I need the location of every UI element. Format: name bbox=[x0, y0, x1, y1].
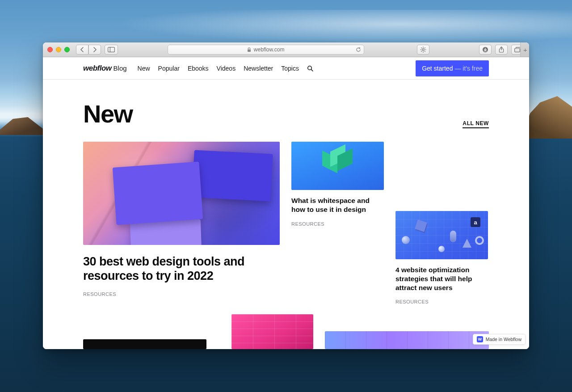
nav-topics[interactable]: Topics bbox=[281, 65, 299, 72]
share-button[interactable] bbox=[495, 45, 508, 55]
card-whitespace[interactable]: What is whitespace and how to use it in … bbox=[291, 142, 384, 227]
shape-ring bbox=[475, 236, 484, 245]
feature-tag: RESOURCES bbox=[83, 291, 280, 297]
download-icon bbox=[482, 46, 488, 53]
back-button[interactable] bbox=[76, 45, 88, 55]
card-thumbnail-partial[interactable] bbox=[325, 331, 489, 349]
search-button[interactable] bbox=[307, 65, 313, 72]
card-title: 4 website optimization strategies that w… bbox=[395, 266, 488, 292]
extension-button[interactable] bbox=[417, 45, 429, 55]
address-host: webflow.com bbox=[254, 46, 285, 53]
reload-icon bbox=[356, 47, 361, 52]
shape-cylinder bbox=[450, 231, 456, 242]
desktop-background: webflow.com bbox=[0, 0, 572, 392]
sky-cloud bbox=[0, 10, 572, 46]
nav-ebooks[interactable]: Ebooks bbox=[188, 65, 209, 72]
svg-line-11 bbox=[421, 51, 422, 51]
svg-rect-2 bbox=[248, 49, 251, 52]
shape-cube bbox=[415, 219, 427, 232]
plus-icon: + bbox=[523, 46, 527, 54]
reload-button[interactable] bbox=[356, 47, 361, 52]
feature-card[interactable]: 30 best web design tools and resources t… bbox=[83, 142, 280, 297]
search-icon bbox=[307, 65, 313, 72]
chevron-left-icon bbox=[80, 47, 84, 52]
badge-label: Made in Webflow bbox=[486, 337, 522, 342]
close-window-button[interactable] bbox=[47, 47, 53, 52]
island-left bbox=[0, 117, 43, 135]
webflow-logo-icon: W bbox=[477, 336, 483, 342]
card-thumbnail-partial[interactable] bbox=[83, 339, 206, 349]
sidebar-toggle-button[interactable] bbox=[105, 45, 118, 55]
svg-line-8 bbox=[421, 48, 422, 48]
safari-toolbar: webflow.com bbox=[43, 42, 529, 57]
card-optimization[interactable]: a 4 website optimization strategies that… bbox=[395, 211, 488, 304]
made-in-webflow-badge[interactable]: W Made in Webflow bbox=[473, 334, 526, 345]
card-thumbnail: a bbox=[395, 211, 488, 259]
shape-sphere bbox=[438, 246, 445, 252]
card-title: What is whitespace and how to use it in … bbox=[291, 196, 384, 214]
minimize-window-button[interactable] bbox=[56, 47, 61, 52]
card-tag: RESOURCES bbox=[291, 221, 384, 227]
nav-back-forward-group bbox=[76, 45, 101, 55]
share-icon bbox=[499, 46, 504, 53]
toolbar-right-group bbox=[479, 45, 525, 55]
card-thumbnail bbox=[291, 142, 384, 190]
svg-line-18 bbox=[311, 69, 313, 71]
nav-popular[interactable]: Popular bbox=[158, 65, 180, 72]
brand-sub: Blog bbox=[114, 64, 127, 72]
site-nav: webflow Blog New Popular Ebooks Videos N… bbox=[43, 57, 529, 80]
nav-new[interactable]: New bbox=[138, 65, 150, 72]
svg-point-3 bbox=[422, 49, 424, 51]
fullscreen-window-button[interactable] bbox=[64, 47, 70, 52]
card-thumbnail-partial[interactable] bbox=[231, 314, 313, 349]
safari-window: webflow.com bbox=[43, 42, 529, 349]
svg-line-10 bbox=[425, 48, 425, 48]
window-controls bbox=[47, 47, 70, 52]
downloads-button[interactable] bbox=[479, 45, 492, 55]
nav-newsletter[interactable]: Newsletter bbox=[244, 65, 273, 72]
chevron-right-icon bbox=[93, 47, 97, 52]
lower-cards-row bbox=[43, 309, 529, 349]
shape-letter-a: a bbox=[471, 217, 480, 227]
shape-sphere bbox=[402, 236, 410, 244]
forward-button[interactable] bbox=[88, 45, 101, 55]
svg-rect-16 bbox=[515, 48, 520, 52]
brand-wordmark: webflow bbox=[83, 64, 112, 73]
gear-icon bbox=[420, 46, 426, 53]
address-bar[interactable]: webflow.com bbox=[168, 45, 364, 55]
feature-title: 30 best web design tools and resources t… bbox=[83, 255, 280, 283]
section-header: New ALL NEW bbox=[83, 99, 489, 128]
section-title: New bbox=[83, 99, 133, 128]
thumb-panel bbox=[130, 219, 202, 245]
sidebar-icon bbox=[108, 47, 115, 52]
feature-thumbnail bbox=[83, 142, 280, 245]
all-new-link[interactable]: ALL NEW bbox=[463, 120, 489, 128]
island-right bbox=[523, 96, 572, 139]
card-tag: RESOURCES bbox=[395, 299, 488, 304]
cta-main-label: Get started bbox=[422, 65, 453, 72]
brand[interactable]: webflow Blog bbox=[83, 64, 127, 73]
content-area: New ALL NEW 30 best web design tools and… bbox=[43, 80, 529, 304]
shape-cone bbox=[463, 239, 471, 248]
page-viewport: webflow Blog New Popular Ebooks Videos N… bbox=[43, 57, 529, 349]
new-tab-button[interactable]: + bbox=[520, 42, 529, 57]
get-started-button[interactable]: Get started — it's free bbox=[416, 60, 489, 76]
nav-videos[interactable]: Videos bbox=[217, 65, 236, 72]
cta-sub-label: — it's free bbox=[454, 65, 483, 72]
cards-grid: 30 best web design tools and resources t… bbox=[83, 142, 489, 304]
svg-rect-0 bbox=[108, 47, 115, 52]
svg-line-9 bbox=[425, 51, 425, 51]
lock-icon bbox=[247, 47, 251, 52]
thumb-panel bbox=[192, 150, 273, 202]
cube-icon bbox=[328, 156, 348, 176]
